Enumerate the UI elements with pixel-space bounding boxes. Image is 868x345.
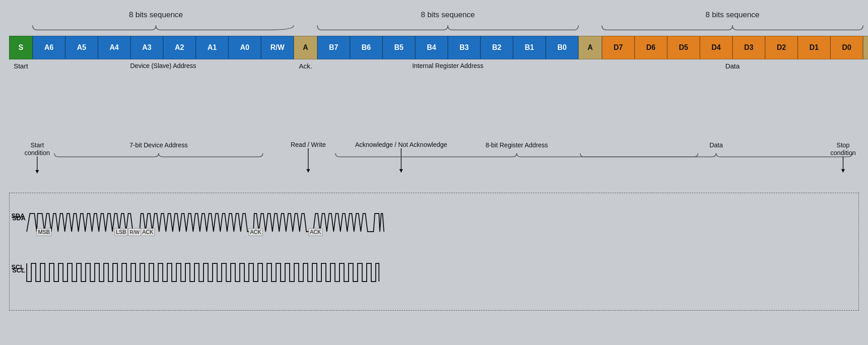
svg-text:condition: condition xyxy=(24,149,50,156)
scl-label: SCL xyxy=(11,263,24,271)
svg-text:MSB: MSB xyxy=(38,229,50,235)
bit-box-s: S xyxy=(9,36,33,59)
bit-box-a6: A6 xyxy=(33,36,65,59)
svg-text:LSB: LSB xyxy=(116,229,126,235)
svg-marker-6 xyxy=(35,170,39,174)
bit-box-b3: B3 xyxy=(448,36,480,59)
svg-text:8 bits sequence: 8 bits sequence xyxy=(129,10,183,19)
svg-text:8 bits sequence: 8 bits sequence xyxy=(421,10,475,19)
bit-box-a4: A4 xyxy=(98,36,131,59)
section-label-0: Start xyxy=(9,62,33,70)
bit-box-b0: B0 xyxy=(546,36,578,59)
bit-box-b4: B4 xyxy=(415,36,448,59)
timing-svg: SDA SCL MSB LSB R/W ACK xyxy=(10,193,859,311)
bit-box-d2: D2 xyxy=(765,36,798,59)
bit-box-a5: A5 xyxy=(65,36,98,59)
svg-text:ACK: ACK xyxy=(310,229,321,235)
svg-text:8 bits sequence: 8 bits sequence xyxy=(705,10,759,19)
top-section: 8 bits sequence 8 bits sequence 8 bits s… xyxy=(9,9,859,72)
svg-text:ACK: ACK xyxy=(250,229,262,235)
bottom-section: Start condition 7-bit Device Address Rea… xyxy=(9,141,859,311)
timing-annotations: Start condition 7-bit Device Address Rea… xyxy=(9,141,859,193)
sda-label: SDA xyxy=(11,212,25,219)
svg-text:Start: Start xyxy=(30,141,44,149)
label-row: StartDevice (Slave) AddressAck.Internal … xyxy=(9,59,859,72)
section-label-1: Device (Slave) Address xyxy=(33,62,294,69)
svg-text:7-bit Device Address: 7-bit Device Address xyxy=(130,141,188,149)
bit-box-a0: A0 xyxy=(228,36,261,59)
bit-box-d7: D7 xyxy=(602,36,635,59)
svg-text:ACK: ACK xyxy=(142,229,154,235)
bit-box-d0: D0 xyxy=(830,36,863,59)
bit-box-a: A xyxy=(294,36,317,59)
bit-box-d4: D4 xyxy=(700,36,732,59)
bit-box-a1: A1 xyxy=(196,36,228,59)
timing-diagram: SDA SCL SDA SCL MSB LSB R/W xyxy=(9,193,859,311)
svg-marker-10 xyxy=(306,169,310,173)
bit-box-b5: B5 xyxy=(383,36,415,59)
bit-box-d3: D3 xyxy=(732,36,765,59)
bit-box-a3: A3 xyxy=(131,36,163,59)
bit-box-d5: D5 xyxy=(667,36,700,59)
bit-box-a: A xyxy=(578,36,602,59)
svg-text:Read / Write: Read / Write xyxy=(291,141,326,148)
bit-box-b7: B7 xyxy=(317,36,350,59)
svg-text:R/W: R/W xyxy=(130,229,140,235)
svg-marker-19 xyxy=(841,169,845,173)
bit-box-b2: B2 xyxy=(480,36,513,59)
svg-text:Data: Data xyxy=(709,141,723,149)
section-label-3: Internal Register Address xyxy=(317,62,578,69)
svg-text:Stop: Stop xyxy=(837,141,850,149)
bit-row: SA6A5A4A3A2A1A0R/WAB7B6B5B4B3B2B1B0AD7D6… xyxy=(9,36,859,59)
svg-text:8-bit Register Address: 8-bit Register Address xyxy=(485,141,548,149)
section-label-5: Data xyxy=(602,62,863,70)
svg-text:condition: condition xyxy=(830,149,856,156)
bit-box-d1: D1 xyxy=(798,36,830,59)
svg-text:Acknowledge / Not Acknowledge: Acknowledge / Not Acknowledge xyxy=(355,141,447,148)
bit-box-b6: B6 xyxy=(350,36,383,59)
svg-marker-13 xyxy=(399,169,403,173)
bit-box-a2: A2 xyxy=(163,36,196,59)
brace-row: 8 bits sequence 8 bits sequence 8 bits s… xyxy=(9,9,859,34)
bit-box-d6: D6 xyxy=(635,36,667,59)
bit-box-b1: B1 xyxy=(513,36,546,59)
section-label-2: Ack. xyxy=(294,62,317,70)
bit-box-a: A xyxy=(863,36,868,59)
bit-box-r-w: R/W xyxy=(261,36,294,59)
